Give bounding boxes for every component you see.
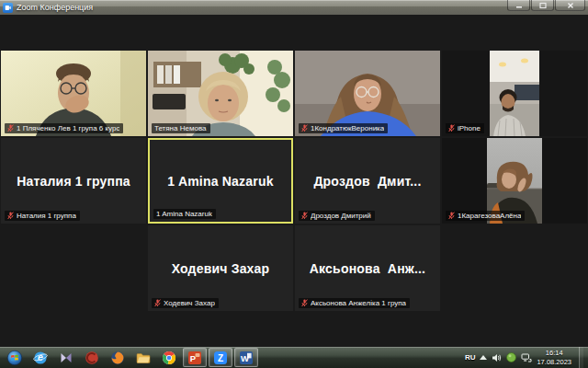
participant-nameplate: Наталия 1 группа [5,211,80,221]
taskbar-ccleaner-icon[interactable] [80,348,104,367]
participant-tile-aksonova[interactable]: Аксьонова Анж... Аксьонова Анжеліка 1 гр… [295,225,440,311]
svg-text:W: W [241,353,249,363]
participant-nameplate: 1КарагезоваАлёна [446,211,525,221]
system-tray: RU 16:14 17.08.2023 [465,347,586,368]
taskbar-chrome-icon[interactable] [157,348,181,367]
participant-tile-drozdov[interactable]: Дроздов Дмит... Дроздов Дмитрий [295,138,440,224]
participant-nameplate: 1КондратюкВероника [299,123,388,133]
participant-tile-plyachenko[interactable]: 1 Пляченко Лев 1 група 6 курс [1,51,146,136]
window-title: Zoom Конференция [17,3,93,12]
mic-muted-icon [301,299,308,307]
taskbar: e [0,347,588,368]
participant-tile-amina-active-speaker[interactable]: 1 Amina Nazaruk 1 Amina Nazaruk [148,138,293,224]
hidden-icons-arrow-icon[interactable] [480,355,487,360]
taskbar-zoom-icon[interactable]: Z [209,348,232,367]
language-indicator[interactable]: RU [465,353,476,362]
taskbar-word-icon[interactable]: W [234,348,258,367]
mic-muted-icon [301,212,308,220]
mic-muted-icon [448,124,455,132]
participant-nameplate: iPhone [446,123,484,133]
mic-muted-icon [7,124,14,132]
participant-tile-khodevich[interactable]: Ходевич Захар Ходевич Захар [148,225,293,311]
participant-nameplate: Дроздов Дмитрий [299,211,375,221]
svg-text:Z: Z [218,353,223,363]
participant-nameplate: Аксьонова Анжеліка 1 група [299,298,410,308]
participant-nameplate: Тетяна Немова [152,123,210,133]
clock-time: 16:14 [537,349,571,357]
window-titlebar[interactable]: Zoom Конференция [0,0,588,15]
participant-name: Дроздов Дмитрий [311,212,371,220]
taskbar-firefox-icon[interactable] [106,348,130,367]
maximize-button[interactable] [531,0,554,11]
mic-muted-icon [154,299,161,307]
participant-nameplate: 1 Amina Nazaruk [153,209,216,219]
grid-row: Ходевич Захар Ходевич Захар Аксьонова Ан… [0,225,588,311]
participant-nameplate: Ходевич Захар [152,298,219,308]
participant-tile-iphone[interactable]: iPhone [442,51,587,136]
participant-tile-nataliya[interactable]: Наталия 1 группа Наталия 1 группа [1,138,146,224]
show-desktop-button[interactable] [579,347,583,368]
participant-tile-karagezova[interactable]: 1КарагезоваАлёна [442,138,587,224]
svg-text:P: P [190,353,197,363]
participant-name: Тетяна Немова [154,124,207,132]
network-icon[interactable] [521,353,532,362]
window-controls [507,0,585,11]
participant-tile-kondratyuk[interactable]: 1КондратюкВероника [295,51,440,136]
participant-nameplate: 1 Пляченко Лев 1 група 6 курс [5,123,123,133]
participant-name: 1 Пляченко Лев 1 група 6 курс [17,124,119,132]
minimize-button[interactable] [507,0,530,11]
mic-muted-icon [7,212,14,220]
desktop-screen: Zoom Конференция [0,0,588,368]
participant-name: 1КондратюкВероника [311,124,384,132]
taskbar-internet-explorer-icon[interactable]: e [28,348,52,367]
participant-name: 1КарагезоваАлёна [458,212,521,220]
antivirus-tray-icon[interactable] [506,352,516,362]
participant-name: Наталия 1 группа [17,212,76,220]
clock-date: 17.08.2023 [537,358,571,366]
zoom-app-icon [3,3,13,13]
taskbar-clock[interactable]: 16:14 17.08.2023 [537,349,571,366]
mic-muted-icon [448,212,455,220]
participant-name: iPhone [458,124,481,132]
taskbar-powerpoint-icon[interactable]: P [183,348,207,367]
start-button[interactable] [3,348,27,367]
grid-row: 1 Пляченко Лев 1 група 6 курс [0,51,588,136]
participant-tile-nemova[interactable]: Тетяна Немова [148,51,293,136]
taskbar-kmplayer-icon[interactable] [54,348,78,367]
participant-name: Ходевич Захар [164,299,215,307]
participant-name: 1 Amina Nazaruk [156,210,212,218]
grid-row: Наталия 1 группа Наталия 1 группа 1 Amin… [0,138,588,224]
participant-name: Аксьонова Анжеліка 1 група [311,299,406,307]
svg-text:e: e [38,351,43,362]
volume-icon[interactable] [492,353,502,362]
participant-grid: 1 Пляченко Лев 1 група 6 курс [0,15,588,311]
close-button[interactable] [555,0,585,11]
taskbar-file-explorer-icon[interactable] [131,348,155,367]
mic-muted-icon [301,124,308,132]
meeting-area: 1 Пляченко Лев 1 група 6 курс [0,15,588,347]
